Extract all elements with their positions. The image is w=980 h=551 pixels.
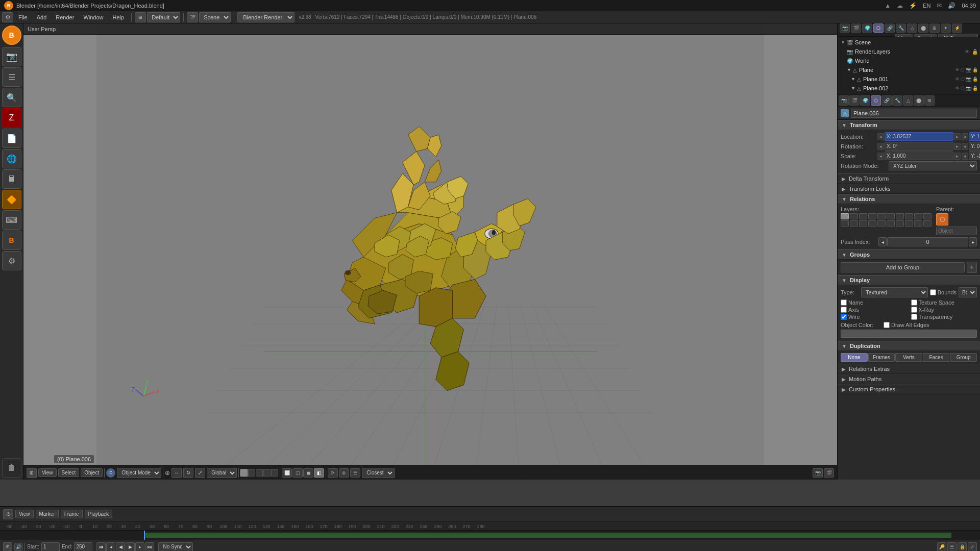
vp-object-btn[interactable]: Object (81, 468, 103, 477)
display-type-select[interactable]: Textured (861, 287, 928, 297)
manip-icon2[interactable]: ↻ (183, 468, 193, 478)
rotmode-select[interactable]: XYZ Euler (889, 161, 977, 170)
display-section-header[interactable]: ▼ Display (838, 275, 980, 285)
play-start-btn[interactable]: ⏮ (96, 542, 106, 552)
xray-check-row[interactable]: X-Ray (911, 307, 977, 313)
texture-space-check-row[interactable]: Texture Space (911, 299, 977, 306)
sidebar-zotero-btn[interactable]: Z (2, 108, 21, 128)
menu-window[interactable]: Window (79, 13, 107, 21)
prop-tab-texture[interactable]: ⊞ (929, 23, 940, 33)
layer-20[interactable] (923, 220, 932, 227)
video-btn[interactable]: 🎬 (824, 468, 834, 478)
obj-color-swatch[interactable] (841, 330, 977, 338)
obj-name-input[interactable] (851, 109, 977, 118)
tl-icon-btn[interactable]: ⏱ (3, 509, 13, 519)
pi-object[interactable]: ⬡ (871, 95, 881, 106)
pass-increment[interactable]: ▸ (969, 237, 977, 246)
manip-icon[interactable]: ↔ (172, 468, 182, 478)
prop-tab-particles[interactable]: ✦ (941, 23, 951, 33)
delta-transform-header[interactable]: ▶ Delta Transform (838, 173, 980, 184)
end-input[interactable] (74, 542, 92, 552)
pi-constraints[interactable]: 🔗 (881, 95, 892, 106)
prop-tab-render[interactable]: 📷 (840, 23, 850, 33)
pass-decrement[interactable]: ◂ (878, 237, 887, 246)
layer-11[interactable] (841, 220, 849, 227)
layer-grid-btns[interactable] (240, 469, 278, 477)
layer-8[interactable] (905, 213, 913, 219)
menu-help[interactable]: Help (109, 13, 129, 21)
play-btn[interactable]: ▶ (126, 542, 135, 552)
tl-playback-btn[interactable]: Playback (85, 510, 113, 518)
play-end-btn[interactable]: ⏭ (145, 542, 154, 552)
sidebar-blender2-btn[interactable]: B (2, 231, 21, 250)
layer-16[interactable] (887, 220, 895, 227)
sidebar-steam-btn[interactable]: ⚙ (2, 251, 21, 270)
transform-section-header[interactable]: ▼ Transform (838, 120, 980, 130)
rot-y-input[interactable] (969, 142, 980, 151)
dup-tab-faces[interactable]: Faces (923, 353, 950, 362)
texture-space-checkbox[interactable] (911, 299, 917, 306)
tree-item-scene[interactable]: ▼ 🎬 Scene (839, 38, 979, 47)
parent-input[interactable] (936, 227, 977, 235)
sidebar-calc-btn[interactable]: 🖩 (2, 169, 21, 189)
tl-lock-btn[interactable]: 🔒 (958, 542, 967, 552)
rot-x-input[interactable] (885, 142, 953, 151)
sidebar-terminal-btn[interactable]: ⌨ (2, 210, 21, 230)
pass-index-input[interactable] (887, 237, 968, 246)
tl-marker-btn[interactable]: Marker (36, 510, 59, 518)
sidebar-render-btn[interactable]: 📷 (2, 47, 21, 66)
tree-item-renderlayers[interactable]: 📷 RenderLayers 👁 🔒 (839, 47, 979, 56)
pi-texture[interactable]: ⊞ (924, 95, 935, 106)
sidebar-search-btn[interactable]: 🔍 (2, 88, 21, 107)
layer-6[interactable] (887, 213, 895, 219)
dup-tab-none[interactable]: None (841, 353, 868, 362)
tl-view-btn[interactable]: View (15, 510, 34, 518)
snap-select[interactable]: Closest (362, 468, 395, 478)
xray-checkbox[interactable] (911, 307, 917, 313)
sidebar-trash-btn[interactable]: 🗑 (2, 458, 21, 478)
prop-tab-world[interactable]: 🌍 (862, 23, 872, 33)
transparency-check-row[interactable]: Transparency (911, 314, 977, 320)
tl-key-btn[interactable]: 🔑 (937, 542, 946, 552)
layer-15[interactable] (877, 220, 886, 227)
dup-tab-group[interactable]: Group (950, 353, 977, 362)
menu-file[interactable]: File (14, 13, 32, 21)
pi-scene[interactable]: 🎬 (849, 95, 860, 106)
relations-section-header[interactable]: ▼ Relations (838, 194, 980, 204)
scale-x-input[interactable] (885, 152, 953, 160)
tree-item-plane[interactable]: ▼ △ Plane 👁 ⬡ 📷 🔒 (839, 65, 979, 74)
pivot-select[interactable]: Global (207, 468, 237, 478)
mode-select[interactable]: Object Mode (117, 468, 161, 478)
menu-icon-btn[interactable]: ⚙ (2, 12, 13, 22)
name-check-row[interactable]: Name (841, 299, 907, 306)
layer-5[interactable] (877, 213, 886, 219)
sidebar-orange-btn[interactable]: 🔶 (2, 190, 21, 209)
layer-12[interactable] (850, 220, 858, 227)
next-frame-btn[interactable]: ▸ (135, 542, 144, 552)
layer-1[interactable] (841, 213, 849, 219)
wire-checkbox[interactable] (841, 314, 847, 320)
sidebar-net-btn[interactable]: 🌐 (2, 149, 21, 168)
scale-y-input[interactable] (969, 152, 980, 160)
duplication-section-header[interactable]: ▼ Duplication (838, 341, 980, 351)
pi-data[interactable]: △ (903, 95, 913, 106)
tl-frame-btn[interactable]: Frame (61, 510, 83, 518)
timeline-content-area[interactable] (0, 531, 980, 540)
prop-tab-object[interactable]: ⬡ (873, 23, 884, 33)
prop-tab-material[interactable]: ⬤ (918, 23, 928, 33)
layer-2[interactable] (850, 213, 858, 219)
sync-select[interactable]: No Sync (158, 542, 193, 552)
camera-btn[interactable]: 📷 (813, 468, 823, 478)
prop-tab-data[interactable]: △ (907, 23, 917, 33)
viewport[interactable]: User Persp (23, 23, 837, 480)
axis-checkbox[interactable] (841, 307, 847, 313)
bounds-checkbox[interactable] (930, 289, 936, 295)
tl-icon-small[interactable]: ⏱ (3, 542, 12, 552)
vp-view-btn[interactable]: View (38, 468, 57, 477)
name-checkbox[interactable] (841, 299, 847, 306)
vp-select-btn[interactable]: Select (58, 468, 80, 477)
sidebar-file-btn[interactable]: 📄 (2, 129, 21, 148)
layer-18[interactable] (905, 220, 913, 227)
start-input[interactable] (41, 542, 60, 552)
add-group-icon-btn[interactable]: + (967, 262, 977, 273)
